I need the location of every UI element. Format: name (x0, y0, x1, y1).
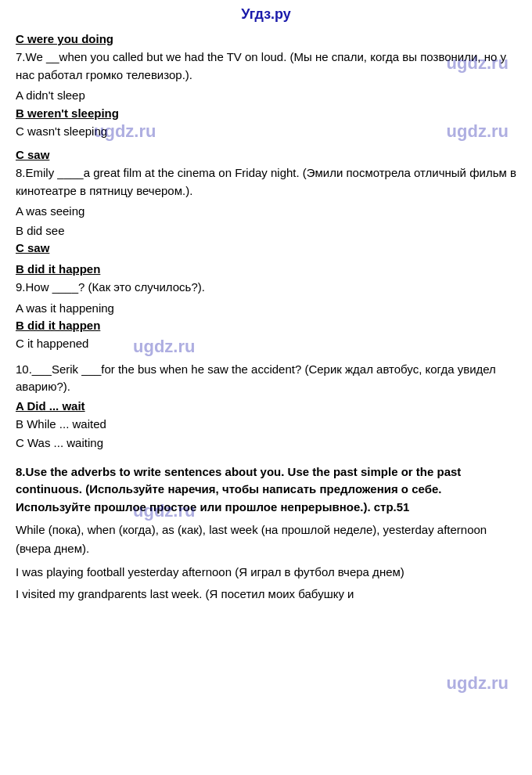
q9-answer-b: B did it happen (16, 319, 516, 332)
q8-answer-c: C saw (16, 241, 516, 254)
q9-option-a: A was it happening (16, 300, 516, 318)
q7-heading: C were you doing (16, 32, 516, 45)
q10-answer-a: A Did ... wait (16, 399, 516, 413)
watermark-6: ugdz.ru (447, 673, 509, 694)
q10-option-b: B While ... waited (16, 416, 516, 434)
q9-heading: B did it happen (16, 262, 516, 276)
q8-option-a: A was seeing (16, 203, 516, 221)
example-2: I visited my grandparents last week. (Я … (16, 585, 516, 604)
question-9-block: 9.How ____? (Как это случилось?). A was … (16, 279, 516, 353)
question-10-block: 10.___Serik ___for the bus when he saw t… (16, 361, 516, 452)
q8-heading: C saw (16, 148, 516, 161)
question-7-block: 7.We __when you called but we had the TV… (16, 49, 516, 140)
page-title: Угдз.ру (0, 0, 532, 26)
exercise-8-heading: 8.Use the adverbs to write sentences abo… (16, 463, 516, 517)
q7-option-a: A didn't sleep (16, 87, 516, 105)
q7-answer-b: B weren't sleeping (16, 106, 516, 120)
question-10-text: 10.___Serik ___for the bus when he saw t… (16, 361, 516, 396)
q9-option-c: C it happened (16, 335, 516, 353)
q7-option-c: C wasn't sleeping (16, 123, 516, 141)
q8-option-b: B did see (16, 222, 516, 240)
q10-option-c: C Was ... waiting (16, 434, 516, 452)
question-8-text: 8.Emily ____a great film at the cinema o… (16, 164, 516, 200)
question-9-text: 9.How ____? (Как это случилось?). (16, 279, 516, 297)
question-7-text: 7.We __when you called but we had the TV… (16, 49, 516, 84)
example-1: I was playing football yesterday afterno… (16, 563, 516, 582)
question-8-block: 8.Emily ____a great film at the cinema o… (16, 164, 516, 254)
adverbs-line: While (пока), when (когда), as (как), la… (16, 521, 516, 558)
